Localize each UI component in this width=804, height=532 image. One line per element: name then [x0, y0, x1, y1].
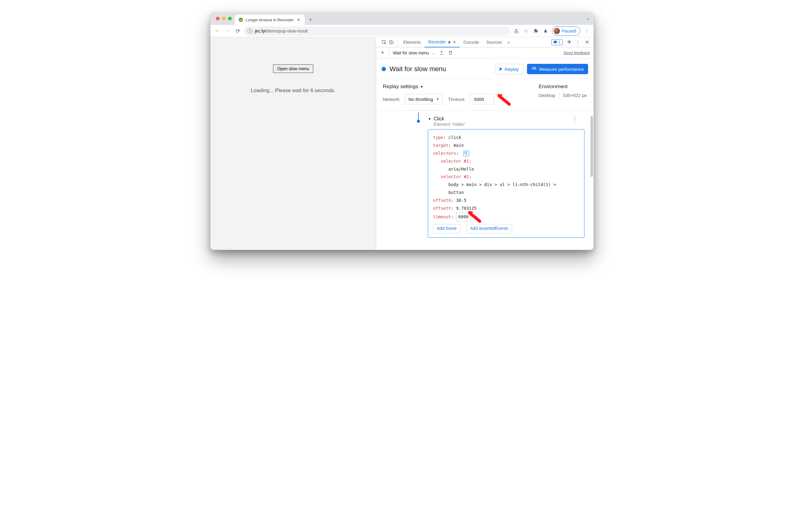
settings-icon[interactable] [566, 39, 572, 45]
url-text: jec.fyi/demo/pup-slow-result [255, 28, 308, 34]
play-icon [500, 67, 502, 71]
replay-settings-heading[interactable]: Replay settings ▼ [383, 83, 526, 90]
chevron-down-icon: ⌄ [432, 51, 435, 55]
browser-tab[interactable]: Longer timeout in Recorder ✕ [235, 15, 305, 25]
window-close-icon[interactable] [216, 17, 220, 20]
paused-label: Paused [562, 28, 576, 34]
forward-button[interactable]: → [223, 27, 232, 35]
step-block: ⋮ ▼ Click Element "Hello" type: click ta… [428, 116, 584, 238]
address-bar[interactable]: i jec.fyi/demo/pup-slow-result [244, 26, 510, 36]
flask-icon [448, 40, 451, 44]
recorder-header-bar: + Wait for slow menu ⌄ Send feedback [376, 48, 594, 58]
recording-title-row: Wait for slow menu Replay Measure perfor… [376, 58, 594, 79]
delete-property-icon[interactable] [472, 214, 479, 220]
feedback-icon [554, 40, 557, 44]
browser-window: Longer timeout in Recorder ✕ + ⌄ ← → ⟳ i… [210, 12, 594, 250]
labs-icon[interactable] [542, 28, 549, 34]
environment-size: 535×622 px [563, 93, 587, 98]
replay-settings-row: Replay settings ▼ Network No throttling … [376, 79, 594, 111]
window-controls [214, 12, 235, 25]
step-header[interactable]: ▼ Click Element "Hello" [428, 116, 584, 127]
tab-elements[interactable]: Elements [399, 37, 425, 47]
tab-title: Longer timeout in Recorder [246, 18, 294, 22]
bookmark-icon[interactable]: ☆ [523, 28, 529, 34]
environment-device: Desktop [539, 93, 559, 98]
inspect-icon[interactable] [381, 39, 387, 45]
tab-recorder[interactable]: Recorder ✕ [425, 37, 460, 48]
timeout-label: Timeout [448, 97, 465, 102]
step-dot-icon [417, 120, 420, 123]
network-throttling-dropdown[interactable]: No throttling ▼ [405, 94, 443, 104]
favicon-icon [238, 17, 243, 22]
browser-menu-icon[interactable]: ⋮ [583, 28, 590, 34]
extensions-icon[interactable] [532, 28, 539, 34]
caret-down-icon: ▼ [436, 97, 440, 101]
share-icon[interactable] [513, 28, 520, 34]
export-icon[interactable] [439, 50, 444, 56]
network-label: Network [383, 97, 399, 102]
tab-close-icon[interactable]: ✕ [296, 17, 301, 22]
caret-down-icon: ▼ [420, 85, 423, 89]
steps-area: ⋮ ▼ Click Element "Hello" type: click ta… [376, 111, 594, 250]
toolbar-right: ☆ Paused ⋮ [512, 26, 591, 36]
reload-button[interactable]: ⟳ [233, 27, 242, 35]
svg-rect-6 [391, 41, 393, 44]
recording-indicator-icon [381, 67, 386, 71]
devtools-menu-icon[interactable]: ⋮ [575, 39, 581, 45]
step-timeout-input[interactable]: 6000 [456, 212, 471, 222]
content-area: Open slow menu Loading... Please wait fo… [210, 37, 594, 250]
measure-performance-button[interactable]: Measure performance [527, 64, 588, 74]
site-info-icon[interactable]: i [247, 28, 253, 34]
devtools-tabs: Elements Recorder ✕ Console Sources » 1 [376, 37, 594, 48]
step-subtitle: Element "Hello" [434, 121, 465, 127]
window-minimize-icon[interactable] [222, 17, 226, 20]
step-title: Click [434, 116, 465, 121]
new-tab-button[interactable]: + [306, 16, 315, 24]
delete-recording-icon[interactable] [448, 50, 453, 56]
environment-box: Environment Desktop 535×622 px [539, 83, 587, 98]
replay-button[interactable]: Replay [495, 64, 524, 74]
step-menu-icon[interactable]: ⋮ [572, 115, 578, 123]
recording-selector[interactable]: Wait for slow menu ⌄ [393, 51, 435, 55]
gauge-icon [531, 66, 537, 72]
tab-close-icon[interactable]: ✕ [453, 40, 456, 44]
timeout-input[interactable]: 5000 [470, 94, 494, 104]
new-recording-button[interactable]: + [380, 49, 385, 56]
avatar-icon [554, 28, 560, 34]
back-button[interactable]: ← [213, 27, 221, 35]
caret-down-icon: ▼ [428, 117, 431, 121]
step-detail-box: type: click target: main selectors: sele… [428, 129, 584, 238]
tab-strip: Longer timeout in Recorder ✕ + ⌄ [210, 12, 594, 25]
device-toggle-icon[interactable] [388, 39, 394, 45]
window-zoom-icon[interactable] [228, 17, 232, 20]
recording-title: Wait for slow menu [390, 65, 491, 73]
tab-overflow-icon[interactable]: » [506, 37, 512, 47]
profile-paused-chip[interactable]: Paused [552, 26, 580, 36]
devtools-close-icon[interactable]: ✕ [584, 39, 590, 45]
tab-overflow-icon[interactable]: ⌄ [586, 15, 590, 21]
browser-toolbar: ← → ⟳ i jec.fyi/demo/pup-slow-result ☆ P… [210, 25, 594, 37]
rendered-page: Open slow menu Loading... Please wait fo… [210, 37, 376, 250]
open-slow-menu-button[interactable]: Open slow menu [273, 64, 313, 73]
issues-chip[interactable]: 1 [551, 39, 563, 45]
svg-point-2 [240, 19, 241, 20]
step-rail [418, 113, 419, 120]
add-asserted-events-button[interactable]: Add assertedEvents [466, 224, 512, 233]
add-frame-button[interactable]: Add frame [433, 224, 461, 233]
loading-text: Loading... Please wait for 6 seconds. [210, 88, 376, 94]
send-feedback-link[interactable]: Send feedback [563, 51, 590, 55]
tab-console[interactable]: Console [460, 37, 483, 47]
devtools-panel: Elements Recorder ✕ Console Sources » 1 [376, 37, 594, 250]
tab-sources[interactable]: Sources [483, 37, 505, 47]
selector-picker-icon[interactable] [463, 151, 469, 156]
divider [389, 50, 389, 56]
environment-heading: Environment [539, 83, 587, 90]
